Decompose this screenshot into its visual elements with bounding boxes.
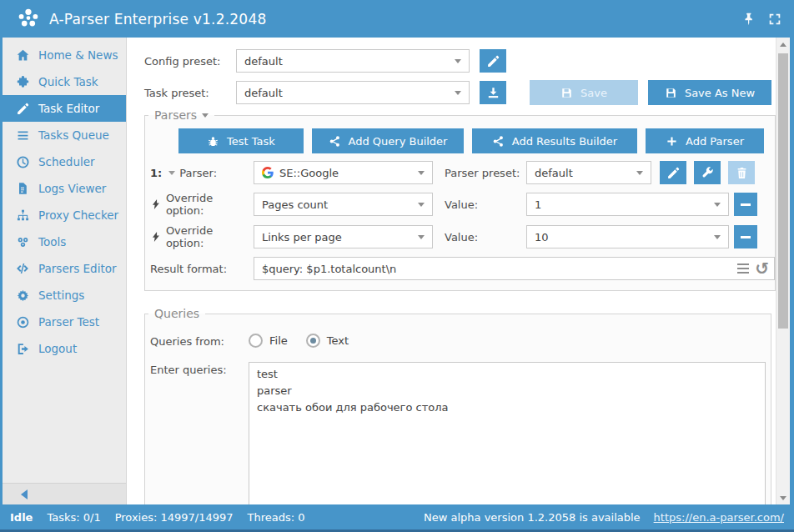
add-query-builder-button[interactable]: Add Query Builder bbox=[312, 128, 464, 153]
override-value-select[interactable]: 1 bbox=[526, 193, 729, 216]
save-as-new-button[interactable]: Save As New bbox=[648, 80, 771, 105]
tools-icon bbox=[15, 234, 30, 249]
radio-file[interactable] bbox=[249, 334, 263, 348]
override-option-select[interactable]: Links per page bbox=[254, 225, 433, 248]
sidebar-item-quick-task[interactable]: Quick Task bbox=[3, 68, 126, 95]
queries-textarea[interactable]: test parser скачать обои для рабочего ст… bbox=[249, 362, 766, 504]
vertical-scrollbar[interactable] bbox=[776, 38, 790, 504]
sidebar-item-parsers-editor[interactable]: Parsers Editor bbox=[3, 255, 126, 282]
status-threads: Threads: 0 bbox=[248, 511, 305, 524]
sidebar: Home & News Quick Task Task Editor Tasks… bbox=[3, 38, 127, 504]
sidebar-item-scheduler[interactable]: Scheduler bbox=[3, 148, 126, 175]
remove-override-button[interactable] bbox=[734, 225, 757, 248]
sidebar-item-label: Settings bbox=[38, 289, 84, 302]
chevron-down-icon[interactable] bbox=[168, 171, 175, 175]
config-preset-select[interactable]: default bbox=[236, 49, 470, 73]
parser-select[interactable]: SE::Google bbox=[254, 161, 433, 184]
edit-config-preset-button[interactable] bbox=[480, 49, 506, 73]
sidebar-item-logs-viewer[interactable]: Logs Viewer bbox=[3, 175, 126, 202]
edit-parser-preset-button[interactable] bbox=[660, 161, 686, 184]
add-query-builder-label: Add Query Builder bbox=[349, 135, 448, 148]
add-results-builder-label: Add Results Builder bbox=[512, 135, 617, 148]
remove-override-button[interactable] bbox=[734, 193, 757, 216]
save-button[interactable]: Save bbox=[530, 80, 638, 105]
sidebar-item-parser-test[interactable]: Parser Test bbox=[3, 309, 126, 335]
import-preset-button[interactable] bbox=[480, 81, 506, 104]
parsers-legend[interactable]: Parsers bbox=[148, 108, 214, 122]
sidebar-item-label: Parser Test bbox=[38, 315, 99, 329]
parser-row: 1: Parser: SE::Google bbox=[145, 161, 775, 184]
result-format-input[interactable] bbox=[254, 257, 775, 280]
task-preset-select[interactable]: default bbox=[236, 81, 470, 104]
parser-preset-select[interactable]: default bbox=[526, 161, 651, 184]
sidebar-item-proxy-checker[interactable]: Proxy Checker bbox=[3, 202, 126, 228]
queries-from-label: Queries from: bbox=[150, 334, 249, 348]
radio-text[interactable] bbox=[306, 334, 320, 348]
a-parser-logo-icon bbox=[17, 8, 40, 31]
update-notice: New alpha version 1.2.2058 is available bbox=[424, 511, 641, 524]
queries-legend-label: Queries bbox=[154, 307, 199, 320]
scroll-up-icon[interactable] bbox=[776, 38, 790, 51]
save-as-new-button-label: Save As New bbox=[685, 87, 755, 99]
floppy-icon bbox=[560, 87, 573, 99]
add-results-builder-button[interactable]: Add Results Builder bbox=[472, 128, 637, 153]
app-window: A-Parser Enterprise v1.2.2048 Home & New… bbox=[0, 0, 794, 532]
sidebar-item-task-editor[interactable]: Task Editor bbox=[3, 95, 126, 122]
status-proxies: Proxies: 14997/14997 bbox=[115, 511, 234, 524]
sidebar-item-tasks-queue[interactable]: Tasks Queue bbox=[3, 122, 126, 148]
lightning-icon bbox=[150, 198, 162, 211]
chevron-down-icon bbox=[418, 235, 425, 239]
pencil-icon bbox=[486, 54, 500, 68]
override-option-value: Pages count bbox=[262, 198, 418, 211]
sidebar-item-tools[interactable]: Tools bbox=[3, 228, 126, 255]
parser-preset-value: default bbox=[535, 167, 636, 179]
pencil-icon bbox=[15, 101, 30, 116]
scrollbar-thumb[interactable] bbox=[778, 53, 788, 329]
parsers-legend-label: Parsers bbox=[154, 108, 197, 122]
wrench-icon bbox=[701, 166, 715, 180]
task-preset-label: Task preset: bbox=[144, 87, 236, 99]
parser-options-button[interactable] bbox=[694, 161, 721, 184]
add-parser-button[interactable]: Add Parser bbox=[646, 128, 764, 153]
update-link[interactable]: https://en.a-parser.com/ bbox=[654, 511, 784, 524]
value-label: Value: bbox=[433, 231, 526, 243]
delete-parser-button[interactable] bbox=[728, 161, 755, 184]
bug-icon bbox=[207, 135, 219, 148]
test-task-button[interactable]: Test Task bbox=[178, 128, 304, 153]
override-option-label: Override option: bbox=[166, 224, 254, 249]
save-button-label: Save bbox=[580, 87, 607, 99]
puzzle-icon bbox=[15, 74, 30, 89]
undo-icon[interactable]: ↺ bbox=[755, 260, 769, 277]
parser-preset-label: Parser preset: bbox=[433, 167, 526, 179]
sidebar-item-home-news[interactable]: Home & News bbox=[3, 42, 126, 68]
sidebar-item-label: Parsers Editor bbox=[38, 262, 117, 275]
override-value-select[interactable]: 10 bbox=[526, 225, 729, 248]
collapse-sidebar-icon[interactable] bbox=[21, 489, 28, 499]
override-option-select[interactable]: Pages count bbox=[254, 193, 433, 216]
template-list-icon[interactable] bbox=[737, 263, 749, 274]
share-icon bbox=[492, 135, 505, 148]
chevron-down-icon bbox=[418, 203, 425, 207]
download-icon bbox=[486, 86, 500, 100]
lightning-icon bbox=[150, 230, 162, 243]
radio-text-label[interactable]: Text bbox=[327, 334, 349, 347]
override-value: 10 bbox=[535, 231, 714, 243]
clock-icon bbox=[15, 154, 30, 169]
pin-icon[interactable] bbox=[741, 12, 756, 27]
override-option-label: Override option: bbox=[166, 192, 254, 217]
parser-label: Parser: bbox=[179, 167, 217, 179]
parser-index: 1: bbox=[150, 167, 162, 179]
scroll-down-icon[interactable] bbox=[776, 491, 790, 504]
statusbar: Idle Tasks: 0/1 Proxies: 14997/14997 Thr… bbox=[0, 504, 794, 529]
sidebar-item-logout[interactable]: Logout bbox=[3, 335, 126, 362]
fullscreen-icon[interactable] bbox=[767, 12, 782, 27]
pencil-icon bbox=[666, 166, 681, 180]
chevron-down-icon bbox=[455, 91, 461, 95]
sidebar-footer bbox=[3, 483, 126, 504]
chevron-down-icon bbox=[714, 203, 721, 207]
queries-legend: Queries bbox=[148, 307, 205, 320]
radio-file-label[interactable]: File bbox=[269, 334, 288, 347]
task-preset-value: default bbox=[244, 87, 455, 99]
chevron-down-icon bbox=[455, 59, 461, 63]
sidebar-item-settings[interactable]: Settings bbox=[3, 282, 126, 309]
